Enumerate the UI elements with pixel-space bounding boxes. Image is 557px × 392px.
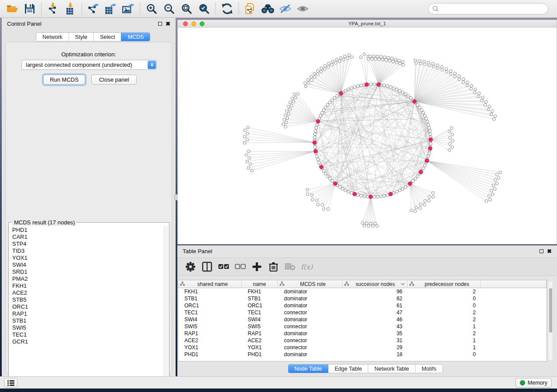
zoom-out-icon[interactable]	[160, 1, 178, 16]
cell-mcds_role: dominator	[278, 302, 343, 309]
cell-successor_nodes: 46	[343, 316, 408, 323]
export-network-icon[interactable]	[85, 1, 102, 16]
cell-name: RAP1	[242, 330, 278, 337]
mcds-result-item[interactable]: YOX1	[9, 254, 164, 261]
panel-menu-button[interactable]	[4, 378, 17, 388]
table-row[interactable]: SWI5SWI5connector431	[178, 323, 547, 330]
tab-network-table[interactable]: Network Table	[368, 364, 415, 373]
cell-shared_name: PHD1	[178, 351, 242, 358]
criterion-dropdown-value: largest connected component (undirected)	[26, 62, 132, 68]
column-header-predecessor-nodes[interactable]: predecessor nodes	[408, 280, 481, 288]
network-canvas[interactable]	[178, 28, 557, 244]
table-row[interactable]: SWI4SWI4dominator462	[178, 316, 547, 323]
gear-icon[interactable]	[184, 261, 197, 273]
deselect-all-icon[interactable]	[234, 261, 246, 273]
add-column-icon[interactable]	[251, 261, 263, 273]
table-row[interactable]: ORC1ORC1dominator610	[178, 302, 547, 309]
duplicate-network-icon[interactable]	[242, 1, 259, 16]
tab-select[interactable]: Select	[93, 33, 121, 41]
tab-node-table[interactable]: Node Table	[288, 364, 328, 373]
column-header-name[interactable]: name	[242, 280, 278, 288]
table-row[interactable]: ACE2ACE2connector311	[178, 337, 547, 344]
table-row[interactable]: YOX1YOX1connector291	[178, 344, 547, 351]
mcds-result-item[interactable]: PHD1	[9, 226, 164, 233]
refresh-layout-icon[interactable]	[218, 1, 236, 16]
window-minimize-icon[interactable]	[191, 21, 196, 26]
export-image-icon[interactable]	[120, 1, 137, 16]
control-panel-close-icon[interactable]: ✖	[166, 22, 170, 26]
tab-style[interactable]: Style	[69, 33, 93, 41]
import-table-icon[interactable]	[62, 1, 79, 16]
close-panel-button[interactable]: Close panel	[91, 75, 137, 85]
cell-name: ACE2	[242, 337, 278, 344]
run-mcds-button[interactable]: Run MCDS	[43, 75, 85, 85]
tab-edge-table[interactable]: Edge Table	[328, 364, 368, 373]
select-all-icon[interactable]	[218, 261, 230, 273]
cell-name: FKH1	[242, 288, 278, 295]
cell-shared_name: FKH1	[178, 288, 242, 295]
column-header-successor-nodes[interactable]: successor nodes	[343, 280, 408, 288]
mcds-result-item[interactable]: GCR1	[9, 338, 164, 345]
control-panel-float-icon[interactable]	[158, 22, 162, 26]
mcds-result-item[interactable]: ORC1	[9, 303, 164, 310]
column-header-shared-name[interactable]: shared name	[178, 280, 242, 288]
network-window-titlebar[interactable]: YPA_prune.txt_1	[178, 20, 557, 28]
hide-selected-icon[interactable]	[277, 1, 294, 16]
table-row[interactable]: PHD1PHD1dominator180	[178, 351, 547, 358]
mcds-result-item[interactable]: SRD1	[9, 268, 164, 275]
mcds-result-item[interactable]: CAR1	[9, 233, 164, 240]
delete-icon[interactable]	[267, 261, 280, 273]
table-row[interactable]: FKH1FKH1dominator962	[178, 288, 547, 295]
zoom-in-icon[interactable]	[143, 1, 160, 16]
tab-motifs[interactable]: Motifs	[415, 364, 442, 373]
show-all-icon[interactable]	[294, 1, 311, 16]
mcds-result-list[interactable]: PHD1CAR1STP4TID3YOX1SWI4SRD1PMA2FKH1ACE2…	[9, 226, 164, 383]
list-icon	[7, 380, 15, 386]
table-panel-float-icon[interactable]	[540, 249, 543, 253]
export-table-icon[interactable]	[102, 1, 120, 16]
mcds-result-item[interactable]: SWI5	[9, 324, 164, 331]
table-panel: Table Panel ✖ f(x) shared namenameMCDS r…	[177, 245, 557, 376]
table-row[interactable]: STB1STB1dominator620	[178, 295, 547, 302]
zoom-selected-icon[interactable]	[195, 1, 213, 16]
cell-successor_nodes: 62	[343, 295, 408, 302]
node-table: shared namenameMCDS rolesuccessor nodesp…	[178, 280, 547, 361]
mcds-result-item[interactable]: TID3	[9, 247, 164, 254]
window-zoom-icon[interactable]	[200, 21, 204, 26]
tab-mcds[interactable]: MCDS	[121, 33, 150, 41]
mcds-result-item[interactable]: STP4	[9, 240, 164, 247]
mcds-result-item[interactable]: SWI4	[9, 261, 164, 268]
mcds-result-item[interactable]: FKH1	[9, 282, 164, 289]
mcds-result-item[interactable]: TEC1	[9, 331, 164, 338]
mcds-result-item[interactable]: STB5	[9, 296, 164, 303]
mcds-result-item[interactable]: ACE2	[9, 289, 164, 296]
table-scrollbar[interactable]	[548, 281, 553, 361]
open-file-icon[interactable]	[3, 1, 21, 16]
cell-successor_nodes: 35	[343, 330, 408, 337]
save-session-icon[interactable]	[21, 1, 38, 16]
mcds-result-item[interactable]: PMA2	[9, 275, 164, 282]
criterion-dropdown[interactable]: largest connected component (undirected)	[21, 60, 157, 70]
mcds-result-item[interactable]: STB1	[9, 317, 164, 324]
cell-shared_name: RAP1	[178, 330, 242, 337]
table-scrollbar-thumb[interactable]	[549, 288, 552, 333]
control-panel-tabs: NetworkStyleSelectMCDS	[36, 32, 150, 41]
columns-icon[interactable]	[201, 261, 213, 273]
column-header-MCDS-role[interactable]: MCDS role	[278, 280, 343, 288]
window-close-icon[interactable]	[183, 21, 188, 26]
mcds-list-scrollbar[interactable]	[164, 226, 169, 383]
table-panel-close-icon[interactable]: ✖	[547, 249, 552, 253]
mcds-result-item[interactable]: RAP1	[9, 310, 164, 317]
zoom-fit-icon[interactable]	[178, 1, 195, 16]
search-network-icon[interactable]	[259, 1, 277, 16]
table-row[interactable]: RAP1RAP1dominator352	[178, 330, 547, 337]
memory-button[interactable]: Memory	[515, 378, 552, 388]
search-input[interactable]	[428, 3, 548, 14]
cell-successor_nodes: 31	[343, 337, 408, 344]
mcds-result-group: MCDS result (17 nodes) PHD1CAR1STP4TID3Y…	[8, 222, 170, 385]
import-network-icon[interactable]	[44, 1, 62, 16]
mcds-result-group-title: MCDS result (17 nodes)	[12, 219, 76, 226]
table-tabs: Node TableEdge TableNetwork TableMotifs	[288, 364, 443, 373]
table-row[interactable]: TEC1TEC1connector472	[178, 309, 547, 316]
tab-network[interactable]: Network	[36, 33, 69, 41]
